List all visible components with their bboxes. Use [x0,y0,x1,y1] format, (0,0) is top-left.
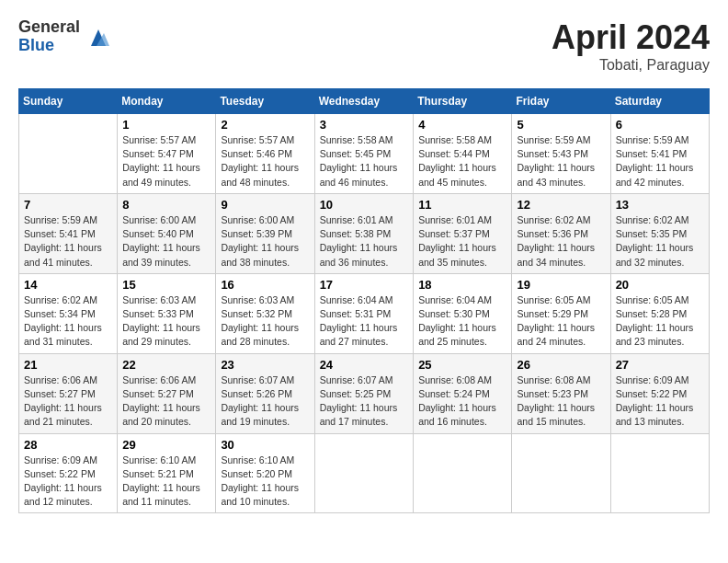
calendar-day-cell: 28Sunrise: 6:09 AM Sunset: 5:22 PM Dayli… [19,433,118,513]
calendar-day-cell: 4Sunrise: 5:58 AM Sunset: 5:44 PM Daylig… [414,114,512,194]
col-thursday: Thursday [414,89,512,114]
day-info: Sunrise: 6:04 AM Sunset: 5:30 PM Dayligh… [418,293,506,350]
calendar-day-cell: 27Sunrise: 6:09 AM Sunset: 5:22 PM Dayli… [610,353,709,433]
calendar-day-cell [512,433,610,513]
day-number: 9 [221,198,309,212]
calendar-day-cell [19,114,118,194]
calendar-day-cell: 1Sunrise: 5:57 AM Sunset: 5:47 PM Daylig… [118,114,216,194]
day-number: 28 [24,438,112,452]
calendar-day-cell: 24Sunrise: 6:07 AM Sunset: 5:25 PM Dayli… [314,353,414,433]
calendar-day-cell [314,433,414,513]
day-number: 16 [221,278,309,292]
calendar-day-cell: 22Sunrise: 6:06 AM Sunset: 5:27 PM Dayli… [118,353,216,433]
day-info: Sunrise: 5:58 AM Sunset: 5:45 PM Dayligh… [320,133,409,190]
day-number: 25 [418,358,506,372]
day-info: Sunrise: 6:08 AM Sunset: 5:24 PM Dayligh… [418,373,506,430]
day-number: 7 [24,198,112,212]
day-info: Sunrise: 6:03 AM Sunset: 5:33 PM Dayligh… [122,293,210,350]
day-number: 30 [221,438,309,452]
day-info: Sunrise: 6:00 AM Sunset: 5:40 PM Dayligh… [122,213,210,270]
day-number: 2 [221,118,309,132]
calendar-day-cell: 17Sunrise: 6:04 AM Sunset: 5:31 PM Dayli… [314,273,414,353]
calendar-day-cell: 3Sunrise: 5:58 AM Sunset: 5:45 PM Daylig… [314,114,414,194]
day-info: Sunrise: 6:00 AM Sunset: 5:39 PM Dayligh… [221,213,309,270]
day-info: Sunrise: 6:02 AM Sunset: 5:35 PM Dayligh… [616,213,704,270]
day-number: 11 [418,198,506,212]
calendar-day-cell: 19Sunrise: 6:05 AM Sunset: 5:29 PM Dayli… [512,273,610,353]
day-number: 8 [122,198,210,212]
calendar-day-cell: 11Sunrise: 6:01 AM Sunset: 5:37 PM Dayli… [414,193,512,273]
logo: General Blue [18,18,111,55]
day-info: Sunrise: 6:10 AM Sunset: 5:20 PM Dayligh… [221,454,309,510]
day-number: 18 [418,278,506,292]
calendar-day-cell: 25Sunrise: 6:08 AM Sunset: 5:24 PM Dayli… [414,353,512,433]
logo-general: General [18,18,80,37]
day-info: Sunrise: 6:06 AM Sunset: 5:27 PM Dayligh… [122,373,210,430]
day-number: 3 [320,118,409,132]
calendar-day-cell: 8Sunrise: 6:00 AM Sunset: 5:40 PM Daylig… [118,193,216,273]
calendar-day-cell: 6Sunrise: 5:59 AM Sunset: 5:41 PM Daylig… [610,114,709,194]
day-number: 22 [122,358,210,372]
day-info: Sunrise: 5:59 AM Sunset: 5:41 PM Dayligh… [24,213,112,270]
day-number: 15 [122,278,210,292]
day-number: 27 [616,358,704,372]
logo-icon [85,24,111,50]
calendar-week-4: 21Sunrise: 6:06 AM Sunset: 5:27 PM Dayli… [19,353,710,433]
title-location: Tobati, Paraguay [552,57,710,74]
title-month-year: April 2024 [552,18,710,57]
day-number: 10 [320,198,409,212]
day-number: 1 [122,118,210,132]
calendar-day-cell [414,433,512,513]
col-friday: Friday [512,89,610,114]
day-info: Sunrise: 6:01 AM Sunset: 5:37 PM Dayligh… [418,213,506,270]
calendar-day-cell [610,433,709,513]
calendar-header-row: Sunday Monday Tuesday Wednesday Thursday… [19,89,710,114]
day-info: Sunrise: 6:06 AM Sunset: 5:27 PM Dayligh… [24,373,112,430]
calendar-day-cell: 10Sunrise: 6:01 AM Sunset: 5:38 PM Dayli… [314,193,414,273]
day-number: 19 [517,278,605,292]
calendar-day-cell: 5Sunrise: 5:59 AM Sunset: 5:43 PM Daylig… [512,114,610,194]
col-wednesday: Wednesday [314,89,414,114]
day-number: 12 [517,198,605,212]
calendar-day-cell: 12Sunrise: 6:02 AM Sunset: 5:36 PM Dayli… [512,193,610,273]
calendar-week-1: 1Sunrise: 5:57 AM Sunset: 5:47 PM Daylig… [19,114,710,194]
day-info: Sunrise: 6:09 AM Sunset: 5:22 PM Dayligh… [616,373,704,430]
calendar-day-cell: 30Sunrise: 6:10 AM Sunset: 5:20 PM Dayli… [216,433,314,513]
logo-text: General Blue [18,18,80,55]
day-info: Sunrise: 6:08 AM Sunset: 5:23 PM Dayligh… [517,373,605,430]
day-number: 5 [517,118,605,132]
col-sunday: Sunday [19,89,118,114]
day-number: 29 [122,438,210,452]
day-info: Sunrise: 5:57 AM Sunset: 5:47 PM Dayligh… [122,133,210,190]
calendar-day-cell: 9Sunrise: 6:00 AM Sunset: 5:39 PM Daylig… [216,193,314,273]
logo-blue: Blue [18,37,80,55]
day-info: Sunrise: 6:09 AM Sunset: 5:22 PM Dayligh… [24,454,112,510]
calendar-day-cell: 23Sunrise: 6:07 AM Sunset: 5:26 PM Dayli… [216,353,314,433]
calendar-day-cell: 20Sunrise: 6:05 AM Sunset: 5:28 PM Dayli… [610,273,709,353]
day-info: Sunrise: 6:07 AM Sunset: 5:25 PM Dayligh… [320,373,409,430]
col-tuesday: Tuesday [216,89,314,114]
day-info: Sunrise: 5:57 AM Sunset: 5:46 PM Dayligh… [221,133,309,190]
day-number: 20 [616,278,704,292]
day-info: Sunrise: 6:04 AM Sunset: 5:31 PM Dayligh… [320,293,409,350]
calendar-day-cell: 15Sunrise: 6:03 AM Sunset: 5:33 PM Dayli… [118,273,216,353]
day-info: Sunrise: 5:58 AM Sunset: 5:44 PM Dayligh… [418,133,506,190]
calendar-day-cell: 18Sunrise: 6:04 AM Sunset: 5:30 PM Dayli… [414,273,512,353]
calendar-table: Sunday Monday Tuesday Wednesday Thursday… [18,88,710,513]
col-monday: Monday [118,89,216,114]
day-number: 14 [24,278,112,292]
day-info: Sunrise: 6:03 AM Sunset: 5:32 PM Dayligh… [221,293,309,350]
calendar-day-cell: 21Sunrise: 6:06 AM Sunset: 5:27 PM Dayli… [19,353,118,433]
calendar-day-cell: 2Sunrise: 5:57 AM Sunset: 5:46 PM Daylig… [216,114,314,194]
day-info: Sunrise: 6:10 AM Sunset: 5:21 PM Dayligh… [122,454,210,510]
day-info: Sunrise: 6:02 AM Sunset: 5:36 PM Dayligh… [517,213,605,270]
day-info: Sunrise: 6:07 AM Sunset: 5:26 PM Dayligh… [221,373,309,430]
day-number: 24 [320,358,409,372]
calendar-day-cell: 26Sunrise: 6:08 AM Sunset: 5:23 PM Dayli… [512,353,610,433]
calendar-day-cell: 14Sunrise: 6:02 AM Sunset: 5:34 PM Dayli… [19,273,118,353]
day-number: 21 [24,358,112,372]
day-info: Sunrise: 6:01 AM Sunset: 5:38 PM Dayligh… [320,213,409,270]
day-info: Sunrise: 6:05 AM Sunset: 5:29 PM Dayligh… [517,293,605,350]
day-number: 4 [418,118,506,132]
col-saturday: Saturday [610,89,709,114]
